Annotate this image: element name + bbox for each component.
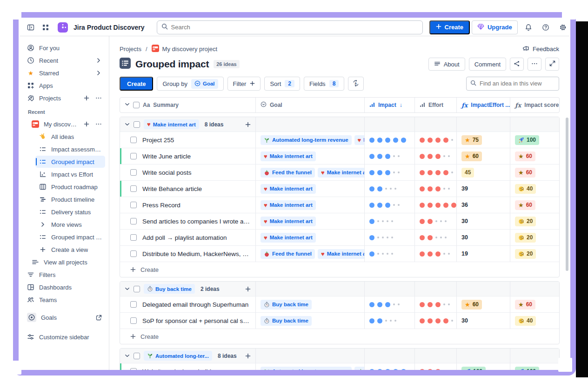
column-header-goal[interactable]: Goal bbox=[255, 98, 364, 112]
row-checkbox[interactable] bbox=[130, 301, 137, 308]
sidebar-item-more-views[interactable]: More views bbox=[35, 218, 105, 231]
feedback-button[interactable]: Feedback bbox=[522, 45, 559, 53]
row-checkbox[interactable] bbox=[130, 202, 137, 208]
plus-icon bbox=[130, 334, 136, 339]
table-row[interactable]: Send articles to companies I wrote ab...… bbox=[120, 213, 559, 229]
sidebar-item-impact-assessment[interactable]: Impact assessment bbox=[35, 143, 105, 155]
more-icon[interactable] bbox=[95, 120, 102, 128]
sidebar-item-dashboards[interactable]: Dashboards bbox=[23, 281, 105, 293]
sidebar-item-apps[interactable]: Apps bbox=[23, 79, 105, 92]
monocle-icon bbox=[518, 186, 524, 192]
notifications-icon[interactable] bbox=[522, 21, 535, 34]
sidebar-item-project-my-discovery[interactable]: My discovery ... bbox=[28, 118, 105, 130]
column-header-summary[interactable]: Aa Summary bbox=[120, 98, 255, 112]
group-by-button[interactable]: Group by Goal bbox=[157, 77, 223, 91]
sidebar-item-projects[interactable]: Projects bbox=[23, 92, 105, 104]
table-row[interactable]: Write June article♥Make internet art★60★… bbox=[120, 148, 559, 164]
row-checkbox[interactable] bbox=[134, 286, 140, 292]
sidebar-item-goals[interactable]: Goals bbox=[23, 311, 105, 323]
comment-button[interactable]: Comment bbox=[469, 58, 506, 71]
global-create-button[interactable]: Create bbox=[429, 20, 470, 34]
vertical-scrollbar-thumb[interactable] bbox=[566, 118, 568, 271]
table-row[interactable]: Write social postsFeed the funnel♥Make i… bbox=[120, 164, 559, 180]
sidebar-item-grouped-impact-44[interactable]: Grouped impact 4/4/... bbox=[35, 231, 105, 243]
breadcrumb-projects[interactable]: Projects bbox=[120, 46, 141, 53]
frame-handle-bottom-right[interactable] bbox=[558, 358, 572, 372]
chevron-down-icon[interactable] bbox=[125, 102, 130, 108]
plus-icon[interactable] bbox=[83, 94, 90, 102]
row-checkbox[interactable] bbox=[134, 353, 140, 359]
table-row[interactable]: Add poll → playlist automation♥Make inte… bbox=[120, 229, 559, 245]
sidebar-item-teams[interactable]: Teams bbox=[23, 294, 105, 306]
sidebar-item-for-you[interactable]: For you bbox=[23, 42, 105, 54]
row-checkbox[interactable] bbox=[130, 250, 137, 257]
find-idea-input[interactable] bbox=[480, 80, 555, 87]
table-row[interactable]: Press Record♥Make internet art36★60 bbox=[120, 197, 559, 213]
table-row[interactable]: Delegated email through SuperhumanBuy ba… bbox=[120, 296, 559, 312]
plus-icon[interactable] bbox=[83, 120, 90, 128]
more-icon[interactable] bbox=[95, 94, 102, 102]
sidebar-item-impact-vs-effort[interactable]: Impact vs Effort bbox=[35, 168, 105, 180]
row-checkbox[interactable] bbox=[130, 169, 137, 176]
row-checkbox[interactable] bbox=[130, 368, 137, 370]
row-checkbox[interactable] bbox=[130, 185, 137, 192]
filter-button[interactable]: Filter bbox=[227, 77, 261, 91]
settings-gear-icon[interactable] bbox=[556, 21, 569, 34]
table-row[interactable]: SoP for sponsor cal + personal cal syncB… bbox=[120, 312, 559, 329]
upgrade-button[interactable]: Upgrade bbox=[472, 20, 518, 34]
table-row[interactable]: Distribute to Medium, HackerNews, Re...F… bbox=[120, 245, 559, 262]
chevron-down-icon[interactable] bbox=[125, 353, 130, 358]
row-checkbox[interactable] bbox=[130, 137, 137, 143]
column-header-impact-effort[interactable]: ƒx ImpactEffort ... ↓ bbox=[456, 98, 510, 112]
global-search-input[interactable] bbox=[171, 24, 418, 31]
sidebar-item-starred[interactable]: ★Starred bbox=[23, 67, 105, 79]
add-idea-icon[interactable] bbox=[245, 353, 251, 359]
lines-icon bbox=[434, 60, 441, 68]
sidebar-item-grouped-impact[interactable]: Grouped impact bbox=[35, 156, 105, 168]
sidebar-item-filters[interactable]: Filters bbox=[23, 269, 105, 281]
row-checkbox[interactable] bbox=[134, 121, 140, 128]
row-checkbox[interactable] bbox=[130, 234, 137, 241]
sidebar-item-recent[interactable]: Recent bbox=[23, 54, 105, 66]
create-idea-button[interactable]: Create bbox=[120, 77, 153, 91]
group-create-row[interactable]: Create bbox=[120, 262, 559, 277]
row-checkbox[interactable] bbox=[130, 153, 137, 159]
help-icon[interactable] bbox=[539, 21, 552, 34]
table-row[interactable]: Website redesign + buildAutomated long-t… bbox=[120, 363, 559, 370]
global-search[interactable] bbox=[157, 20, 423, 34]
chevron-down-icon[interactable] bbox=[125, 122, 130, 127]
column-header-effort[interactable]: Effort bbox=[414, 98, 456, 112]
row-checkbox[interactable] bbox=[130, 218, 137, 224]
sort-button[interactable]: Sort 2 bbox=[264, 77, 300, 91]
sidebar-item-customize-sidebar[interactable]: Customize sidebar bbox=[23, 331, 105, 343]
table-row[interactable]: Write Behance article♥Make internet art3… bbox=[120, 180, 559, 197]
sidebar-collapse-icon[interactable] bbox=[24, 21, 37, 34]
sidebar-item-all-ideas[interactable]: All ideas bbox=[35, 131, 105, 143]
table-row[interactable]: Project 255Automated long-term revenue♥M… bbox=[120, 132, 559, 148]
sidebar-item-product-timeline[interactable]: Product timeline bbox=[35, 193, 105, 205]
sidebar-item-delivery-status[interactable]: Delivery status bbox=[35, 206, 105, 218]
select-all-checkbox[interactable] bbox=[133, 102, 140, 108]
share-button[interactable] bbox=[510, 58, 524, 71]
group-create-row[interactable]: Create bbox=[120, 329, 559, 344]
sidebar-item-create-a-view[interactable]: Create a view bbox=[35, 244, 105, 256]
breadcrumb-project[interactable]: My discovery project bbox=[152, 45, 217, 53]
column-header-impact-score[interactable]: ƒx Impact score bbox=[510, 98, 560, 112]
frame-handle-top-left[interactable] bbox=[7, 6, 21, 20]
expand-button[interactable] bbox=[545, 58, 559, 71]
more-options-button[interactable] bbox=[528, 58, 541, 71]
app-switcher-icon[interactable] bbox=[39, 21, 52, 34]
row-checkbox[interactable] bbox=[130, 317, 137, 324]
about-button[interactable]: About bbox=[428, 58, 465, 71]
sidebar-item-view-all-projects[interactable]: View all projects bbox=[28, 256, 105, 268]
frame-handle-bottom-left[interactable] bbox=[7, 361, 21, 375]
find-idea-search[interactable] bbox=[466, 77, 559, 91]
chevron-down-icon[interactable] bbox=[125, 286, 130, 291]
sidebar-item-product-roadmap[interactable]: Product roadmap bbox=[35, 181, 105, 193]
add-idea-icon[interactable] bbox=[245, 122, 251, 127]
fields-button[interactable]: Fields 8 bbox=[304, 77, 344, 91]
column-header-impact[interactable]: Impact ↓ bbox=[364, 98, 414, 112]
frame-handle-top-right[interactable] bbox=[562, 6, 576, 20]
add-idea-icon[interactable] bbox=[245, 286, 251, 292]
auto-sort-button[interactable]: A bbox=[348, 77, 364, 91]
